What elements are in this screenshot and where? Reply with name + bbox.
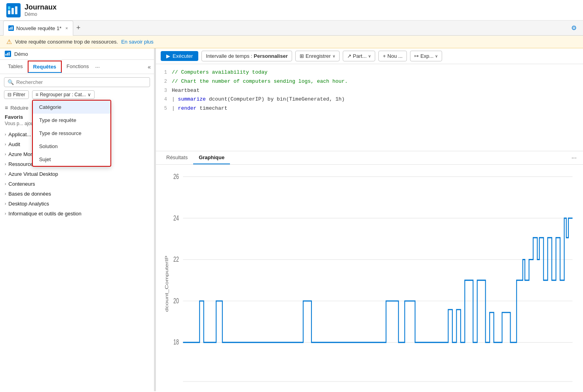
dropdown-item-solution[interactable]: Solution — [33, 140, 110, 153]
tab-label: Nouvelle requête 1* — [16, 25, 61, 31]
code-content: | render timechart — [172, 105, 227, 113]
tree-label: Azure Virtual Desktop — [8, 171, 58, 177]
tree-item-desktop-analytics[interactable]: › Desktop Analytics — [0, 199, 154, 209]
tree-item-bases-donnees[interactable]: › Bases de données — [0, 189, 154, 199]
tab-fonctions[interactable]: Fonctions — [62, 60, 93, 73]
chevron-right-icon: › — [5, 182, 6, 186]
chevron-right-icon: › — [5, 162, 6, 166]
svg-text:24: 24 — [173, 214, 179, 222]
svg-rect-12 — [9, 52, 10, 56]
svg-text:dcount_ComputerIP: dcount_ComputerIP — [164, 256, 169, 312]
filter-label: Filtrer — [13, 92, 25, 97]
time-range-button[interactable]: Intervalle de temps : Personnaliser — [201, 51, 292, 61]
line-number: 3 — [156, 87, 172, 95]
tree-label: Conteneurs — [8, 181, 35, 187]
app-title-block: Journaux Démo — [25, 3, 57, 17]
run-icon: ▶ — [166, 53, 170, 59]
sidebar: Démo Tables Requêtes Fonctions ··· « 🔍 ⊟… — [0, 48, 154, 391]
chevron-right-icon: › — [5, 192, 6, 196]
warning-bar: ⚠ Votre requête consomme trop de ressour… — [0, 36, 583, 48]
code-line-5: 5 | render timechart — [156, 104, 583, 113]
editor-area: ▶ Exécuter Intervalle de temps : Personn… — [156, 48, 583, 391]
results-more-icon[interactable]: ··· — [570, 153, 578, 163]
tree-label: Desktop Analytics — [8, 201, 49, 207]
line-number: 1 — [156, 69, 172, 76]
tree-item-azure-virtual-desktop[interactable]: › Azure Virtual Desktop — [0, 169, 154, 179]
tab-tables[interactable]: Tables — [3, 60, 28, 73]
chevron-down-icon: ∨ — [368, 54, 371, 58]
run-label: Exécuter — [173, 53, 193, 59]
export-label: Exp... — [420, 53, 433, 59]
chevron-right-icon: › — [5, 172, 6, 176]
chevron-right-icon: › — [5, 152, 6, 156]
sidebar-collapse-button[interactable]: « — [148, 64, 151, 70]
editor-toolbar: ▶ Exécuter Intervalle de temps : Personn… — [156, 48, 583, 64]
reduce-icon: ≡ — [5, 105, 8, 111]
tree-label: Audit — [8, 141, 20, 147]
list-icon: ≡ — [36, 92, 38, 97]
tab-close-button[interactable]: × — [65, 26, 68, 30]
chevron-down-icon: ∨ — [435, 54, 438, 58]
dropdown-item-sujet[interactable]: Sujet — [33, 153, 110, 166]
main-area: Démo Tables Requêtes Fonctions ··· « 🔍 ⊟… — [0, 48, 583, 391]
save-button[interactable]: ⊞ Enregistrer ∨ — [295, 51, 340, 61]
tab-add-button[interactable]: + — [73, 22, 84, 34]
dropdown-item-categorie[interactable]: Catégorie — [33, 101, 110, 114]
run-button[interactable]: ▶ Exécuter — [161, 51, 198, 61]
results-tab-resultats[interactable]: Résultats — [161, 151, 193, 164]
tree-label: Applicat... — [8, 131, 31, 137]
sidebar-tabs: Tables Requêtes Fonctions ··· « — [0, 60, 154, 74]
results-tabs: Résultats Graphique — [161, 151, 230, 164]
group-by-button[interactable]: ≡ Regrouper par : Cat... ∨ — [32, 90, 95, 99]
group-dropdown-wrapper: ≡ Regrouper par : Cat... ∨ Catégorie Typ… — [32, 90, 95, 99]
new-button[interactable]: + Nou ... — [378, 51, 407, 61]
tab-settings-icon[interactable]: ⚙ — [571, 24, 580, 32]
code-editor[interactable]: 1 // Computers availability today 2 // C… — [156, 64, 583, 151]
tab-nouvelle-requete[interactable]: Nouvelle requête 1* × — [3, 21, 73, 36]
code-line-4: 4 | summarize dcount(ComputerIP) by bin(… — [156, 95, 583, 104]
tree-item-conteneurs[interactable]: › Conteneurs — [0, 179, 154, 189]
export-button[interactable]: ↦ Exp... ∨ — [410, 51, 442, 61]
svg-rect-10 — [6, 54, 7, 55]
chevron-down-icon: ∨ — [332, 54, 335, 58]
share-icon: ↗ — [347, 53, 351, 59]
sidebar-more-icon[interactable]: ··· — [95, 64, 100, 70]
scope-label: Démo — [14, 51, 28, 57]
chart-area: 26 24 22 20 18 dcount_ComputerIP — [156, 165, 583, 391]
dropdown-item-type-requete[interactable]: Type de requête — [33, 114, 110, 127]
app-logo — [6, 3, 21, 17]
search-icon: 🔍 — [8, 79, 14, 85]
code-line-2: 2 // Chart the number of computers sendi… — [156, 77, 583, 86]
reduce-label: Réduire — [10, 105, 28, 111]
warning-link[interactable]: En savoir plus — [121, 39, 154, 45]
share-button[interactable]: ↗ Part... ∨ — [343, 51, 376, 61]
group-by-label: Regrouper par : Cat... — [40, 92, 86, 97]
app-header: Journaux Démo — [0, 0, 583, 21]
svg-rect-7 — [10, 27, 11, 30]
plus-icon: + — [383, 53, 386, 59]
svg-rect-6 — [9, 28, 10, 30]
code-content: Heartbeat — [172, 87, 199, 95]
filter-button[interactable]: ⊟ Filtrer — [4, 90, 29, 99]
results-header: Résultats Graphique ··· — [156, 151, 583, 165]
line-number: 4 — [156, 96, 172, 103]
time-range-label: Intervalle de temps : Personnaliser — [206, 53, 288, 59]
results-tab-graphique[interactable]: Graphique — [193, 151, 230, 164]
app-title: Journaux — [25, 3, 57, 11]
tab-requetes[interactable]: Requêtes — [28, 61, 62, 73]
search-input[interactable] — [16, 79, 146, 85]
code-line-1: 1 // Computers availability today — [156, 68, 583, 77]
chart-svg: 26 24 22 20 18 dcount_ComputerIP — [162, 169, 577, 387]
svg-text:26: 26 — [173, 173, 179, 181]
app-subtitle: Démo — [25, 11, 57, 17]
dropdown-item-type-ressource[interactable]: Type de ressource — [33, 127, 110, 140]
share-label: Part... — [353, 53, 367, 59]
new-label: Nou ... — [387, 53, 403, 59]
tree-item-info-outils[interactable]: › Informatique et outils de gestion — [0, 209, 154, 219]
chevron-down-icon: ∨ — [87, 92, 91, 97]
svg-rect-8 — [12, 27, 13, 30]
svg-rect-2 — [11, 8, 14, 14]
code-content: | summarize dcount(ComputerIP) by bin(Ti… — [172, 95, 345, 104]
svg-text:18: 18 — [173, 338, 179, 346]
svg-rect-3 — [15, 6, 17, 14]
